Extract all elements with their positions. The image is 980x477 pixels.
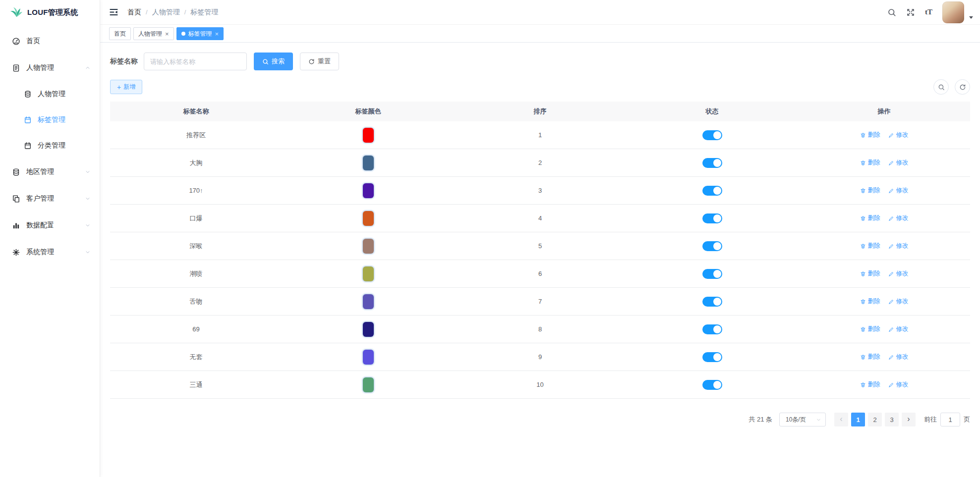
avatar-dropdown-caret-icon[interactable] — [969, 16, 973, 19]
sidebar-item-label: 数据配置 — [26, 221, 54, 230]
status-toggle[interactable] — [702, 158, 722, 168]
delete-button[interactable]: 删除 — [860, 269, 880, 278]
edit-button[interactable]: 修改 — [888, 353, 909, 361]
goto-page-input[interactable] — [940, 413, 960, 426]
edit-button[interactable]: 修改 — [888, 242, 909, 250]
bar-chart-icon — [12, 221, 20, 230]
edit-button[interactable]: 修改 — [888, 214, 909, 222]
sidebar-item-region-management[interactable]: 地区管理 — [0, 159, 100, 185]
status-toggle[interactable] — [702, 269, 722, 279]
table-row: 深喉 5 删除 修改 — [110, 232, 970, 260]
page-button-3[interactable]: 3 — [885, 413, 899, 426]
edit-button[interactable]: 修改 — [888, 131, 909, 139]
delete-button[interactable]: 删除 — [860, 159, 880, 167]
filter-form: 标签名称 搜索 重置 — [110, 53, 970, 70]
search-icon — [262, 58, 269, 65]
breadcrumb-item-home[interactable]: 首页 — [127, 8, 141, 17]
logo[interactable]: LOUF管理系统 — [0, 0, 100, 25]
sidebar-item-system-management[interactable]: 系统管理 — [0, 239, 100, 265]
user-avatar[interactable] — [942, 1, 964, 23]
search-button[interactable]: 搜索 — [254, 53, 293, 70]
delete-button[interactable]: 删除 — [860, 325, 880, 333]
tab-home[interactable]: 首页 — [109, 27, 131, 40]
page-button-2[interactable]: 2 — [868, 413, 882, 426]
status-toggle[interactable] — [702, 213, 722, 223]
delete-button[interactable]: 删除 — [860, 380, 880, 389]
page-size-select[interactable]: 10条/页 — [779, 413, 826, 426]
tag-color-swatch[interactable] — [363, 211, 374, 226]
dashboard-icon — [12, 37, 20, 46]
delete-button[interactable]: 删除 — [860, 186, 880, 195]
sidebar-item-person-management[interactable]: 人物管理 — [0, 54, 100, 81]
sidebar-item-home[interactable]: 首页 — [0, 28, 100, 54]
edit-button[interactable]: 修改 — [888, 269, 909, 278]
search-icon[interactable] — [887, 8, 896, 17]
sidebar-subitem-tag-management[interactable]: 标签管理 — [0, 107, 100, 133]
delete-button[interactable]: 删除 — [860, 214, 880, 222]
tab-close-icon[interactable]: × — [165, 31, 169, 37]
sidebar-fold-icon[interactable] — [109, 7, 118, 17]
sidebar-subitem-label: 分类管理 — [38, 141, 65, 150]
table-refresh-button[interactable] — [955, 79, 970, 95]
tag-color-swatch[interactable] — [363, 377, 374, 392]
sidebar-item-label: 系统管理 — [26, 248, 54, 257]
sort-cell: 1 — [454, 131, 626, 139]
edit-button[interactable]: 修改 — [888, 325, 909, 333]
tag-name-input[interactable] — [144, 53, 247, 70]
tag-color-swatch[interactable] — [363, 239, 374, 254]
breadcrumb-item-person-management[interactable]: 人物管理 — [152, 8, 180, 17]
sort-cell: 7 — [454, 298, 626, 305]
sidebar-subitem-person-management[interactable]: 人物管理 — [0, 81, 100, 107]
status-toggle[interactable] — [702, 241, 722, 251]
table-row: 无套 9 删除 修改 — [110, 343, 970, 371]
delete-button[interactable]: 删除 — [860, 297, 880, 306]
next-page-button[interactable]: › — [902, 413, 916, 426]
goto-label: 前往 — [924, 415, 937, 424]
edit-button[interactable]: 修改 — [888, 159, 909, 167]
sidebar-subitem-category-management[interactable]: 分类管理 — [0, 133, 100, 159]
breadcrumb-separator: / — [184, 8, 186, 16]
prev-page-button[interactable]: ‹ — [834, 413, 848, 426]
tab-tag-management[interactable]: 标签管理 × — [176, 27, 224, 40]
table-search-button[interactable] — [933, 79, 949, 95]
tag-color-swatch[interactable] — [363, 266, 374, 281]
status-toggle[interactable] — [702, 297, 722, 307]
add-button[interactable]: + 新增 — [110, 80, 142, 94]
tab-close-icon[interactable]: × — [215, 31, 219, 37]
tag-color-swatch[interactable] — [363, 322, 374, 337]
status-toggle[interactable] — [702, 352, 722, 362]
tag-color-swatch[interactable] — [363, 183, 374, 198]
status-toggle[interactable] — [702, 324, 722, 334]
tag-color-swatch[interactable] — [363, 156, 374, 170]
tag-color-swatch[interactable] — [363, 350, 374, 365]
tag-color-swatch[interactable] — [363, 294, 374, 309]
table-row: 舌吻 7 删除 修改 — [110, 288, 970, 316]
chevron-down-icon — [85, 222, 91, 228]
refresh-icon — [308, 58, 315, 65]
font-size-icon[interactable]: tT — [925, 8, 932, 16]
toggle-knob — [713, 325, 721, 333]
page-button-1[interactable]: 1 — [851, 413, 865, 426]
column-header-tag-color: 标签颜色 — [282, 107, 454, 116]
gear-icon — [12, 248, 20, 257]
navbar-actions: tT — [887, 1, 973, 23]
reset-button[interactable]: 重置 — [300, 53, 339, 70]
delete-button[interactable]: 删除 — [860, 242, 880, 250]
edit-button[interactable]: 修改 — [888, 297, 909, 306]
plus-icon: + — [117, 83, 121, 91]
tab-person-management[interactable]: 人物管理 × — [133, 27, 174, 40]
status-toggle[interactable] — [702, 130, 722, 140]
fullscreen-icon[interactable] — [906, 8, 915, 17]
table-row: 三通 10 删除 修改 — [110, 371, 970, 399]
delete-button[interactable]: 删除 — [860, 353, 880, 361]
tag-color-swatch[interactable] — [363, 128, 374, 143]
sidebar-item-customer-management[interactable]: 客户管理 — [0, 185, 100, 212]
status-toggle[interactable] — [702, 380, 722, 390]
sidebar-item-data-config[interactable]: 数据配置 — [0, 212, 100, 239]
edit-button[interactable]: 修改 — [888, 380, 909, 389]
edit-button[interactable]: 修改 — [888, 186, 909, 195]
app-root: LOUF管理系统 首页 人物管理 — [0, 0, 980, 477]
delete-button[interactable]: 删除 — [860, 131, 880, 139]
status-toggle[interactable] — [702, 186, 722, 196]
logo-leaf-icon — [10, 7, 23, 18]
